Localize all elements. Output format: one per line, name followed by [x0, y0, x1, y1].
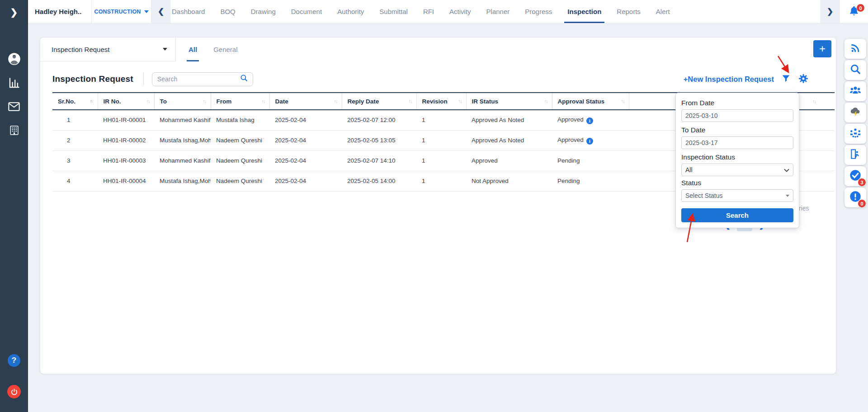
- storm-cloud-icon: [849, 105, 862, 120]
- from-date-input[interactable]: [681, 109, 793, 122]
- nav-tab-progress[interactable]: Progress: [517, 0, 560, 23]
- nav-tab-rfi[interactable]: RFI: [415, 0, 442, 23]
- sidebar-item-logout[interactable]: [0, 385, 28, 398]
- filter-popup: From Date To Date Inspection Status All …: [675, 93, 799, 228]
- tab-general[interactable]: General: [213, 37, 237, 61]
- filter-button[interactable]: [781, 74, 791, 84]
- construction-module-dropdown[interactable]: CONSTRUCTION: [92, 0, 151, 23]
- gear-icon: [798, 73, 809, 85]
- column-header-from[interactable]: From↑↓: [211, 93, 269, 110]
- to-date-input[interactable]: [681, 136, 793, 149]
- nav-tab-drawing[interactable]: Drawing: [243, 0, 283, 23]
- rail-alerts-button[interactable]: 0: [844, 187, 866, 207]
- sort-icon: ↑↓: [262, 98, 266, 104]
- nav-tab-alert[interactable]: Alert: [648, 0, 678, 23]
- filter-search-button[interactable]: Search: [681, 208, 793, 222]
- meeting-icon: [849, 126, 862, 141]
- column-header-reply-date[interactable]: Reply Date↑↓: [342, 93, 416, 110]
- nav-tab-dashboard[interactable]: Dashboard: [164, 0, 212, 23]
- rail-team-button[interactable]: [844, 81, 866, 101]
- tab-all[interactable]: All: [189, 37, 197, 61]
- filter-funnel-icon: [781, 74, 791, 84]
- sidebar-item-mail[interactable]: [0, 101, 28, 114]
- ir-status-badge: Not Approved: [466, 171, 552, 191]
- table-search-box: [152, 72, 253, 86]
- new-inspection-request-link[interactable]: +New Inspection Request: [684, 75, 774, 84]
- approvals-badge: 3: [858, 178, 866, 186]
- construction-module-label: CONSTRUCTION: [94, 9, 141, 15]
- info-icon[interactable]: i: [586, 117, 593, 124]
- notifications-button[interactable]: 0: [840, 0, 868, 23]
- nav-scroll-right-button[interactable]: ❯: [820, 0, 840, 23]
- nav-tab-planner[interactable]: Planner: [479, 0, 518, 23]
- rail-approvals-button[interactable]: 3: [844, 166, 866, 186]
- sort-icon: ↑↓: [146, 98, 151, 104]
- sidebar-item-building[interactable]: [0, 125, 28, 138]
- help-icon: ?: [8, 354, 20, 367]
- tab-bar: All General: [189, 37, 238, 61]
- nav-scroll-left-button[interactable]: ❮: [151, 0, 170, 23]
- from-date-label: From Date: [681, 99, 793, 107]
- sort-icon: ↑↓: [334, 98, 338, 104]
- dropdown-arrow-icon: [786, 195, 789, 197]
- inspection-status-select[interactable]: All: [681, 164, 793, 176]
- add-button[interactable]: +: [813, 40, 831, 57]
- sort-icon: ↑↓: [544, 98, 548, 104]
- nav-tab-boq[interactable]: BOQ: [212, 0, 243, 23]
- rail-site-exit-button[interactable]: [844, 145, 866, 165]
- nav-tab-activity[interactable]: Activity: [442, 0, 479, 23]
- approval-status-badge: Pending: [552, 150, 629, 171]
- column-header-revision[interactable]: Revision↑↓: [416, 93, 466, 110]
- nav-tab-reports[interactable]: Reports: [609, 0, 648, 23]
- sort-icon: ↑↓: [409, 98, 413, 104]
- main-nav: Dashboard BOQ Drawing Document Authority…: [164, 0, 820, 23]
- approval-status-badge: Pending: [552, 171, 629, 191]
- sidebar-item-reports[interactable]: [0, 77, 28, 91]
- sort-icon: ↑↓: [812, 98, 816, 104]
- page-title: Inspection Request: [52, 74, 133, 84]
- column-header-approval-status[interactable]: Approval Status↑↓: [552, 93, 629, 110]
- nav-tab-inspection[interactable]: Inspection: [560, 0, 609, 23]
- ir-status-badge: Approved: [466, 150, 552, 171]
- ir-status-badge: Approved As Noted: [466, 130, 552, 150]
- nav-tab-submittal[interactable]: Submittal: [372, 0, 415, 23]
- nav-tab-document[interactable]: Document: [283, 0, 330, 23]
- sort-icon: ↑↓: [621, 98, 625, 104]
- sort-icon: ↑↓: [203, 98, 207, 104]
- settings-button[interactable]: [798, 73, 809, 85]
- toolbar-actions: +New Inspection Request: [684, 73, 836, 85]
- sidebar-item-profile[interactable]: [0, 52, 28, 67]
- sidebar-expand-icon[interactable]: ❯: [0, 5, 28, 20]
- inspection-request-select[interactable]: Inspection Request: [40, 37, 176, 61]
- avatar-icon: [8, 52, 21, 67]
- project-name: Hadley Heigh..: [28, 0, 92, 23]
- card-top-row: Inspection Request All General +: [40, 37, 836, 61]
- sort-icon: ↑↓: [90, 98, 94, 104]
- rail-search-button[interactable]: [844, 60, 866, 80]
- nav-tab-authority[interactable]: Authority: [330, 0, 372, 23]
- column-header-srno[interactable]: Sr.No.↑↓: [52, 93, 98, 110]
- column-header-to[interactable]: To↑↓: [154, 93, 211, 110]
- sidebar-item-help[interactable]: ?: [0, 354, 28, 367]
- bar-chart-icon: [8, 77, 20, 91]
- column-header-irno[interactable]: IR No.↑↓: [98, 93, 154, 110]
- inspection-status-label: Inspection Status: [681, 153, 793, 161]
- column-header-date[interactable]: Date↑↓: [269, 93, 342, 110]
- users-group-icon: [849, 84, 862, 98]
- page-toolbar: Inspection Request +New Inspection Reque…: [40, 68, 836, 90]
- sort-icon: ↑↓: [458, 98, 462, 104]
- approval-status-badge: Approved: [557, 116, 584, 123]
- rail-meeting-button[interactable]: [844, 124, 866, 144]
- status-select[interactable]: Select Status: [681, 189, 793, 202]
- ir-status-badge: Approved As Noted: [466, 110, 552, 130]
- search-icon: [849, 63, 861, 77]
- search-icon[interactable]: [240, 74, 249, 84]
- divider: [143, 72, 144, 86]
- rail-weather-button[interactable]: [844, 103, 866, 122]
- chevron-down-icon: [784, 166, 789, 173]
- power-icon: [7, 385, 21, 398]
- info-icon[interactable]: i: [586, 138, 593, 145]
- rail-feed-button[interactable]: [844, 39, 866, 59]
- search-input[interactable]: [157, 75, 240, 83]
- column-header-ir-status[interactable]: IR Status↑↓: [466, 93, 552, 110]
